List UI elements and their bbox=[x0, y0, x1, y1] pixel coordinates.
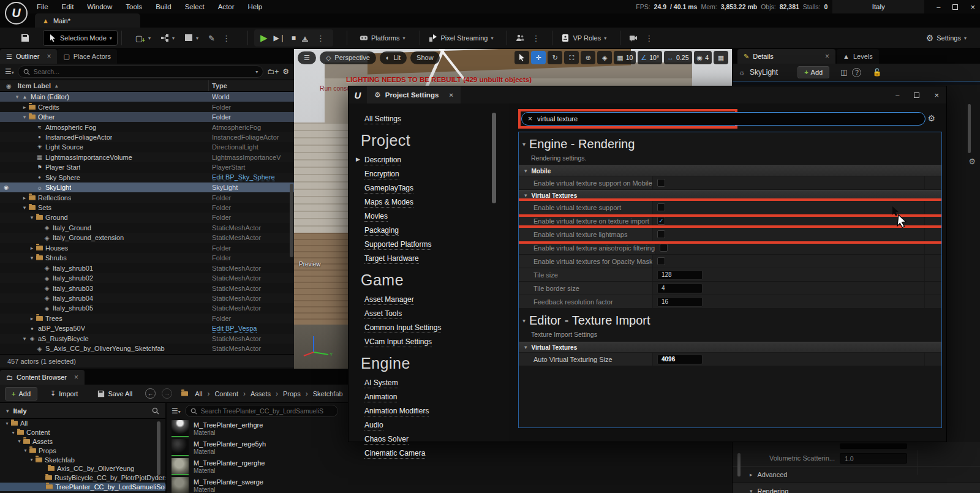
blueprint-edit-icon[interactable]: ◫ bbox=[840, 68, 847, 77]
settings-nav-link[interactable]: Asset Manager bbox=[364, 295, 414, 305]
expander-icon[interactable]: ▾ bbox=[21, 114, 28, 120]
unreal-logo-icon[interactable]: U bbox=[5, 2, 28, 24]
outliner-search[interactable]: ▾ bbox=[18, 66, 263, 78]
expander-icon[interactable]: ▾ bbox=[4, 421, 10, 426]
scale-tool[interactable]: ⛶ bbox=[564, 51, 579, 64]
expander-icon[interactable]: ▾ bbox=[21, 336, 28, 342]
outliner-row[interactable]: Italy_Ground_extension StaticMeshActor bbox=[0, 233, 294, 243]
setting-input[interactable] bbox=[657, 270, 703, 280]
move-tool[interactable]: ✛ bbox=[531, 51, 546, 64]
camera-speed-button[interactable]: ◉4 bbox=[694, 51, 712, 64]
expander-icon[interactable]: ▾ bbox=[28, 255, 36, 261]
save-all-button[interactable]: Save All bbox=[91, 387, 139, 401]
close-button[interactable]: × bbox=[970, 2, 975, 12]
details-scrollbar[interactable] bbox=[968, 104, 971, 153]
outliner-row[interactable]: ▾ Main (Editor) World bbox=[0, 92, 294, 102]
scale-snap-toggle[interactable]: ↔0.25 bbox=[664, 51, 692, 64]
import-button[interactable]: ↧Import bbox=[43, 387, 85, 401]
menu-item[interactable]: Edit bbox=[62, 3, 74, 10]
outliner-settings-icon[interactable]: ⚙ bbox=[282, 67, 289, 76]
clear-search-icon[interactable]: × bbox=[528, 115, 532, 123]
outliner-scrollbar[interactable] bbox=[290, 184, 293, 257]
folder-row[interactable]: ▾ Props bbox=[0, 446, 165, 455]
camera-kebab[interactable]: ⋮ bbox=[643, 34, 655, 43]
filter-icon[interactable]: ☰▾ bbox=[5, 67, 14, 76]
outliner-row[interactable]: Italy_shrub03 StaticMeshActor bbox=[0, 283, 294, 293]
menu-item[interactable]: Actor bbox=[218, 3, 235, 10]
expander-icon[interactable]: ▾ bbox=[13, 94, 21, 100]
asset-search-input[interactable] bbox=[201, 407, 333, 415]
settings-nav-link[interactable]: Packaging bbox=[364, 226, 399, 236]
properties-scrollbar[interactable] bbox=[737, 453, 741, 476]
chevron-down-icon[interactable]: ▾ bbox=[255, 69, 258, 75]
menu-item[interactable]: File bbox=[37, 3, 48, 10]
settings-nav-link[interactable]: Cinematic Camera bbox=[364, 449, 425, 459]
expander-icon[interactable]: ▾ bbox=[28, 214, 36, 220]
frame-skip-button[interactable]: ▶❘ bbox=[273, 34, 285, 42]
outliner-row[interactable]: ▾ Ground Folder bbox=[0, 213, 294, 222]
setting-checkbox[interactable] bbox=[657, 257, 665, 265]
toolbar-overflow-kebab[interactable]: ⋮ bbox=[220, 34, 233, 43]
expander-icon[interactable]: ▾ bbox=[16, 438, 23, 444]
sidebar-scrollbar[interactable] bbox=[492, 113, 496, 203]
maximize-button[interactable] bbox=[914, 92, 919, 98]
outliner-row[interactable]: Italy_shrub04 StaticMeshActor bbox=[0, 293, 294, 303]
outliner-row[interactable]: Italy_shrub01 StaticMeshActor bbox=[0, 263, 294, 273]
viewport-layout-button[interactable]: ▦ bbox=[714, 51, 728, 64]
setting-checkbox[interactable] bbox=[657, 203, 665, 211]
forward-button[interactable]: → bbox=[162, 388, 172, 399]
expander-icon[interactable]: ▸ bbox=[28, 245, 36, 251]
asset-search[interactable] bbox=[185, 405, 338, 417]
outliner-row[interactable]: ▸ Reflections Folder bbox=[0, 192, 294, 202]
settings-nav-link[interactable]: Supported Platforms bbox=[364, 240, 431, 250]
column-type[interactable]: Type bbox=[212, 82, 227, 89]
play-button[interactable]: ▶ bbox=[260, 32, 268, 43]
expander-icon[interactable]: ▸ bbox=[21, 104, 28, 110]
surface-snap-toggle[interactable]: ◈ bbox=[597, 51, 612, 64]
settings-nav-link[interactable]: Animation bbox=[364, 393, 397, 402]
rotation-snap-toggle[interactable]: ∠10° bbox=[638, 51, 662, 64]
settings-nav-link[interactable]: AI System bbox=[364, 378, 398, 388]
outliner-row[interactable]: Italy_Ground StaticMeshActor bbox=[0, 223, 294, 233]
save-button[interactable] bbox=[16, 30, 34, 46]
rotate-tool[interactable]: ↻ bbox=[548, 51, 562, 64]
collab-kebab[interactable]: ⋮ bbox=[529, 34, 542, 43]
settings-search-input[interactable] bbox=[537, 115, 919, 122]
outliner-row[interactable]: ▾ Other Folder bbox=[0, 112, 294, 122]
lock-icon[interactable]: 🔓 bbox=[872, 68, 881, 77]
outliner-row[interactable]: ▸ Credits Folder bbox=[0, 102, 294, 111]
outliner-row[interactable]: ◉ SkyLight SkyLight bbox=[0, 183, 294, 192]
menu-item[interactable]: Select bbox=[185, 3, 205, 10]
settings-nav-link[interactable]: VCam Input Settings bbox=[364, 337, 432, 347]
close-icon[interactable]: × bbox=[74, 373, 78, 382]
eye-icon[interactable]: ◉ bbox=[4, 184, 9, 190]
eye-icon[interactable]: ◉ bbox=[6, 83, 12, 89]
settings-dropdown[interactable]: ⚙ Settings ▾ bbox=[921, 30, 971, 46]
setting-input[interactable] bbox=[657, 297, 703, 307]
tab-content-browser[interactable]: 🗀 Content Browser × bbox=[0, 370, 85, 385]
settings-nav-link[interactable]: Encryption bbox=[364, 170, 399, 179]
settings-options-gear-icon[interactable]: ⚙ bbox=[927, 113, 935, 123]
folder-row[interactable]: Axis_CC_by_OliverYeung bbox=[0, 464, 165, 473]
expander-icon[interactable]: ▾ bbox=[28, 457, 35, 462]
collapse-icon[interactable]: ▾ bbox=[522, 141, 526, 148]
help-icon[interactable]: ? bbox=[852, 68, 861, 77]
outliner-row[interactable]: Player Start PlayerStart bbox=[0, 162, 294, 172]
outliner-row[interactable]: Sky Sphere Edit BP_Sky_Sphere bbox=[0, 173, 294, 183]
grid-snap-toggle[interactable]: ▦10 bbox=[614, 51, 636, 64]
settings-window-tab[interactable]: ⚙ Project Settings × bbox=[367, 86, 461, 103]
breadcrumb-item[interactable]: Props bbox=[283, 390, 301, 397]
collaboration-button[interactable] bbox=[511, 30, 529, 46]
virtual-camera-button[interactable] bbox=[624, 30, 643, 46]
settings-nav-link[interactable]: Common Input Settings bbox=[364, 323, 441, 333]
add-actor-button[interactable]: ▢+▾ bbox=[130, 30, 156, 46]
outliner-row[interactable]: ▸ Trees Folder bbox=[0, 314, 294, 323]
eject-button[interactable]: ▲ bbox=[302, 35, 308, 42]
outliner-row[interactable]: ▾ Shrubs Folder bbox=[0, 253, 294, 263]
settings-nav-link[interactable]: Movies bbox=[364, 212, 388, 222]
select-tool[interactable] bbox=[514, 51, 529, 64]
vp-roles-dropdown[interactable]: VP Roles ▾ bbox=[556, 30, 611, 46]
clipped-input[interactable] bbox=[840, 443, 907, 449]
expander-icon[interactable]: ▸ bbox=[21, 195, 28, 201]
settings-nav-link[interactable]: Audio bbox=[364, 421, 383, 431]
